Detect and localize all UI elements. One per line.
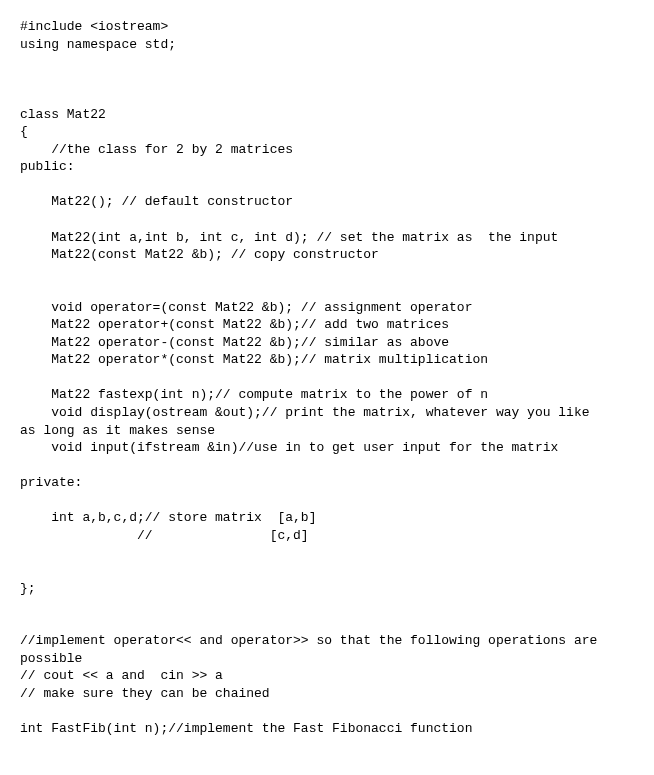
code-line: //the class for 2 by 2 matrices [20,141,634,159]
code-line [20,737,634,755]
code-line: #include <iostream> [20,18,634,36]
code-line: public: [20,158,634,176]
code-line: using namespace std; [20,36,634,54]
code-block: #include <iostream>using namespace std;c… [20,18,634,775]
code-line: as long as it makes sense [20,422,634,440]
code-line [20,544,634,562]
code-line [20,492,634,510]
code-line [20,281,634,299]
code-line [20,755,634,773]
code-line: //implement operator<< and operator>> so… [20,632,634,650]
code-line: void operator=(const Mat22 &b); // assig… [20,299,634,317]
code-line: Mat22(); // default constructor [20,193,634,211]
code-line: Mat22 operator-(const Mat22 &b);// simil… [20,334,634,352]
code-line: Mat22 fastexp(int n);// compute matrix t… [20,386,634,404]
code-line [20,264,634,282]
code-line: Mat22(const Mat22 &b); // copy construct… [20,246,634,264]
code-line [20,71,634,89]
code-line [20,457,634,475]
code-line [20,369,634,387]
code-line [20,562,634,580]
code-line: Mat22(int a,int b, int c, int d); // set… [20,229,634,247]
code-line: Mat22 operator+(const Mat22 &b);// add t… [20,316,634,334]
code-line [20,702,634,720]
code-line [20,176,634,194]
code-line: // make sure they can be chained [20,685,634,703]
code-line: { [20,123,634,141]
code-line [20,211,634,229]
code-line: possible [20,650,634,668]
code-line: class Mat22 [20,106,634,124]
code-line: int FastFib(int n);//implement the Fast … [20,720,634,738]
code-line [20,88,634,106]
code-line [20,615,634,633]
code-line: // cout << a and cin >> a [20,667,634,685]
code-line [20,53,634,71]
code-line: void display(ostream &out);// print the … [20,404,634,422]
code-line: int a,b,c,d;// store matrix [a,b] [20,509,634,527]
code-line: private: [20,474,634,492]
code-line: // [c,d] [20,527,634,545]
code-line: Mat22 operator*(const Mat22 &b);// matri… [20,351,634,369]
code-line: }; [20,580,634,598]
code-line [20,597,634,615]
code-line: void input(ifstream &in)//use in to get … [20,439,634,457]
